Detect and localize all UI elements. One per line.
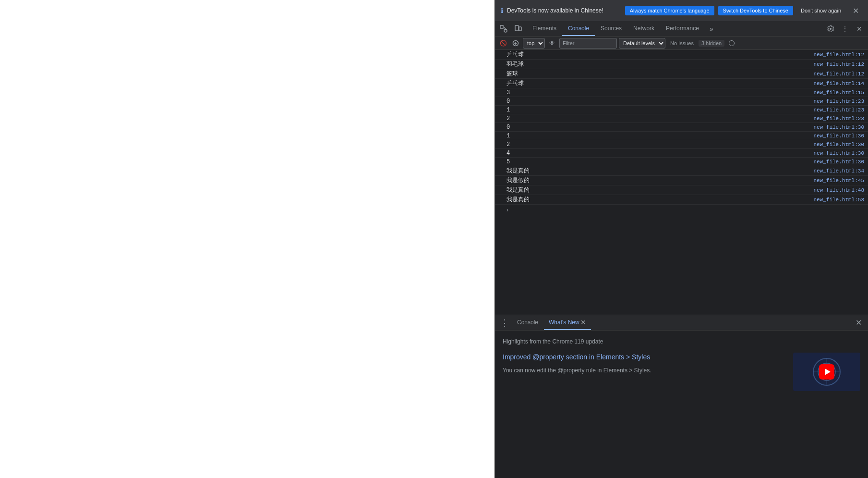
console-row-link[interactable]: new_file.html:12 (813, 61, 864, 67)
table-row: 乒乓球 new_file.html:14 (495, 79, 868, 88)
tab-sources[interactable]: Sources (595, 21, 627, 36)
tab-elements[interactable]: Elements (527, 21, 562, 36)
language-notification-bar: ℹ DevTools is now available in Chinese! … (495, 0, 868, 21)
device-toolbar-button[interactable] (511, 22, 525, 36)
console-row-text: 5 (506, 159, 813, 165)
console-row-link[interactable]: new_file.html:30 (813, 124, 864, 130)
close-devtools-button[interactable]: ✕ (853, 22, 866, 36)
console-row-link[interactable]: new_file.html:34 (813, 168, 864, 174)
table-row: 5 new_file.html:30 (495, 158, 868, 166)
console-row-text: 1 (506, 107, 813, 113)
table-row: 篮球 new_file.html:12 (495, 69, 868, 79)
devtools-main-toolbar: Elements Console Sources Network Perform… (495, 21, 868, 37)
console-row-link[interactable]: new_file.html:23 (813, 107, 864, 113)
tab-performance[interactable]: Performance (660, 21, 705, 36)
table-row: 我是真的 new_file.html:48 (495, 185, 868, 195)
svg-point-5 (729, 40, 735, 46)
info-icon: ℹ (501, 7, 503, 14)
inspect-element-button[interactable] (497, 22, 510, 36)
feature-card: Improved @property section in Elements >… (503, 353, 860, 391)
console-row-link[interactable]: new_file.html:14 (813, 81, 864, 86)
table-row: 3 new_file.html:15 (495, 88, 868, 97)
table-row: 1 new_file.html:23 (495, 106, 868, 114)
dont-show-again-button[interactable]: Don't show again (797, 6, 845, 15)
toolbar-right-icons: ⋮ ✕ (824, 22, 866, 36)
drawer-tab-whats-new[interactable]: What's New ✕ (544, 315, 591, 330)
table-row: 2 new_file.html:30 (495, 140, 868, 149)
devtools-panel: ℹ DevTools is now available in Chinese! … (494, 0, 868, 478)
tab-console[interactable]: Console (562, 21, 595, 36)
more-options-button[interactable]: ⋮ (838, 22, 852, 36)
svg-rect-0 (500, 25, 503, 28)
console-row-text: 乒乓球 (506, 50, 813, 59)
whats-new-content: Highlights from the Chrome 119 update Im… (495, 331, 868, 478)
feature-title: Improved @property section in Elements >… (503, 353, 785, 362)
more-tabs-button[interactable]: » (705, 22, 718, 36)
console-row-link[interactable]: new_file.html:15 (813, 90, 864, 96)
eye-button[interactable]: 👁 (547, 38, 557, 49)
console-row-text: 0 (506, 98, 813, 105)
console-row-link[interactable]: new_file.html:30 (813, 159, 864, 165)
console-row-link[interactable]: new_file.html:23 (813, 116, 864, 122)
table-row: 乒乓球 new_file.html:12 (495, 50, 868, 60)
hidden-badge: 3 hidden (699, 40, 724, 47)
table-row: 1 new_file.html:30 (495, 132, 868, 140)
console-row-link[interactable]: new_file.html:45 (813, 178, 864, 184)
table-row: 0 new_file.html:23 (495, 97, 868, 106)
console-row-text: 羽毛球 (506, 60, 813, 68)
close-whats-new-tab-button[interactable]: ✕ (580, 319, 586, 326)
prompt-arrow-icon: › (506, 207, 508, 213)
devtools-tabs: Elements Console Sources Network Perform… (525, 21, 824, 36)
svg-rect-3 (519, 27, 521, 31)
console-row-text: 0 (506, 124, 813, 131)
clear-console-button[interactable]: 🚫 (498, 38, 508, 49)
issues-settings-button[interactable] (726, 38, 737, 49)
console-row-text: 2 (506, 141, 813, 148)
table-row: 4 new_file.html:30 (495, 149, 868, 158)
console-row-link[interactable]: new_file.html:30 (813, 133, 864, 139)
console-row-text: 2 (506, 115, 813, 122)
svg-point-1 (504, 29, 507, 32)
switch-devtools-button[interactable]: Switch DevTools to Chinese (718, 6, 793, 15)
play-button[interactable] (819, 364, 834, 380)
table-row: 0 new_file.html:30 (495, 123, 868, 132)
close-drawer-button[interactable]: ✕ (852, 316, 865, 330)
console-prompt[interactable]: › (495, 205, 868, 215)
console-row-text: 我是真的 (506, 186, 813, 194)
bottom-drawer: ⋮ Console What's New ✕ ✕ Highlights from… (495, 315, 868, 478)
console-sub-toolbar: 🚫 top 👁 Default levels No Issues 3 hidde… (495, 37, 868, 50)
no-issues-badge: No Issues (667, 40, 697, 46)
table-row: 羽毛球 new_file.html:12 (495, 60, 868, 69)
console-row-link[interactable]: new_file.html:23 (813, 98, 864, 104)
console-row-text: 3 (506, 89, 813, 96)
console-output[interactable]: 乒乓球 new_file.html:12 羽毛球 new_file.html:1… (495, 50, 868, 315)
feature-thumbnail[interactable] (793, 353, 860, 391)
filter-input[interactable] (559, 38, 617, 49)
tab-network[interactable]: Network (627, 21, 660, 36)
console-filter-button[interactable] (510, 38, 521, 49)
main-browser-area (0, 0, 494, 478)
table-row: 我是假的 new_file.html:45 (495, 176, 868, 185)
context-selector[interactable]: top (523, 38, 545, 49)
console-row-link[interactable]: new_file.html:12 (813, 52, 864, 58)
console-row-text: 乒乓球 (506, 79, 813, 87)
console-row-link[interactable]: new_file.html:30 (813, 142, 864, 147)
console-row-text: 篮球 (506, 70, 813, 78)
console-row-text: 我是真的 (506, 196, 813, 204)
language-notification-text: DevTools is now available in Chinese! (507, 7, 621, 14)
table-row: 我是真的 new_file.html:53 (495, 195, 868, 205)
console-row-link[interactable]: new_file.html:48 (813, 187, 864, 193)
console-row-text: 我是假的 (506, 176, 813, 184)
settings-button[interactable] (824, 22, 837, 36)
match-language-button[interactable]: Always match Chrome's language (625, 6, 714, 15)
console-row-link[interactable]: new_file.html:12 (813, 71, 864, 77)
toolbar-left-icons (497, 22, 525, 36)
close-notification-button[interactable]: ✕ (849, 4, 862, 17)
console-row-link[interactable]: new_file.html:53 (813, 197, 864, 203)
console-row-text: 我是真的 (506, 167, 813, 175)
console-row-link[interactable]: new_file.html:30 (813, 150, 864, 156)
drawer-tab-console[interactable]: Console (512, 315, 543, 330)
drawer-more-button[interactable]: ⋮ (498, 316, 511, 330)
levels-selector[interactable]: Default levels (619, 38, 665, 49)
svg-rect-2 (515, 25, 518, 31)
